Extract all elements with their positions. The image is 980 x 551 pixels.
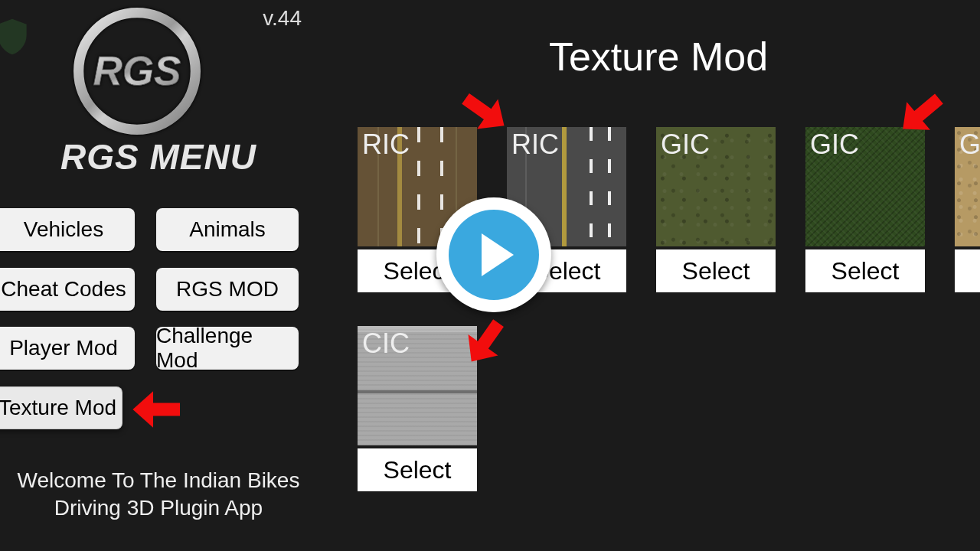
page-title: Texture Mod — [329, 34, 980, 80]
texture-label: GI — [959, 129, 980, 161]
vehicles-button[interactable]: Vehicles — [0, 208, 135, 251]
texture-thumb[interactable]: CIC — [358, 326, 477, 445]
texture-thumb[interactable]: GIC — [656, 127, 776, 246]
select-button[interactable]: Select — [805, 249, 925, 292]
version-label: v.44 — [263, 6, 302, 31]
cheat-codes-button[interactable]: Cheat Codes — [0, 268, 135, 311]
texture-thumb[interactable]: GI — [955, 127, 980, 246]
texture-thumb[interactable]: GIC — [805, 127, 925, 246]
welcome-text: Welcome To The Indian Bikes Driving 3D P… — [0, 467, 317, 522]
play-icon — [449, 210, 539, 300]
play-button[interactable] — [436, 197, 551, 312]
sidebar: v.44 RGS RGS MENU Vehicles Animals Cheat… — [0, 0, 317, 551]
challenge-mod-button[interactable]: Challenge Mod — [156, 327, 299, 370]
animals-button[interactable]: Animals — [156, 208, 299, 251]
texture-card-cic: CIC Select — [358, 326, 477, 491]
texture-mod-button[interactable]: Texture Mod — [0, 386, 122, 429]
rgs-mod-button[interactable]: RGS MOD — [156, 268, 299, 311]
texture-label: CIC — [362, 328, 410, 360]
texture-card-g5: GI Select — [955, 127, 980, 292]
select-button[interactable]: Select — [358, 448, 477, 491]
svg-text:RGS: RGS — [93, 48, 181, 93]
texture-label: GIC — [661, 129, 710, 161]
rgs-logo: RGS — [74, 8, 201, 135]
player-mod-button[interactable]: Player Mod — [0, 327, 135, 370]
texture-card-gic1: GIC Select — [656, 127, 776, 292]
texture-card-gic2: GIC Select — [805, 127, 925, 292]
select-button[interactable]: Select — [656, 249, 776, 292]
select-button[interactable]: Select — [955, 249, 980, 292]
texture-label: RIC — [511, 129, 559, 161]
texture-label: RIC — [362, 129, 410, 161]
menu-title: RGS MENU — [0, 136, 317, 178]
texture-label: GIC — [810, 129, 859, 161]
shield-icon — [0, 15, 34, 58]
